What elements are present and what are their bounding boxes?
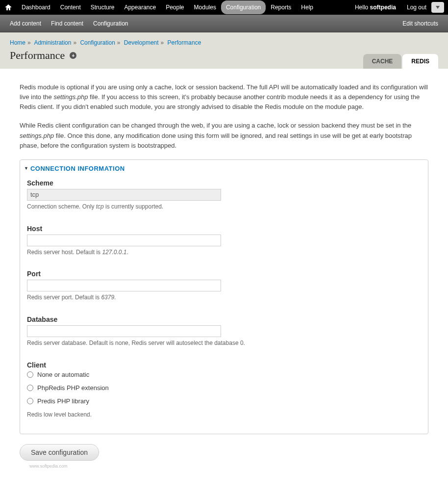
logout-link[interactable]: Log out xyxy=(402,0,431,14)
database-desc: Redis server database. Default is none, … xyxy=(27,339,421,347)
breadcrumb-performance[interactable]: Performance xyxy=(168,39,201,46)
breadcrumb-administration[interactable]: Administration xyxy=(34,39,71,46)
database-field: Database Redis server database. Default … xyxy=(27,315,421,347)
tab-cache[interactable]: CACHE xyxy=(363,54,402,69)
host-input[interactable] xyxy=(27,235,221,246)
breadcrumb-configuration[interactable]: Configuration xyxy=(80,39,115,46)
client-desc: Redis low level backend. xyxy=(27,411,421,419)
client-radio-predis[interactable] xyxy=(27,398,33,404)
port-input[interactable] xyxy=(27,280,221,291)
tab-redis[interactable]: REDIS xyxy=(402,54,438,69)
database-label: Database xyxy=(27,315,421,323)
hello-user: Hello softpedia xyxy=(349,4,402,11)
shortcut-configuration[interactable]: Configuration xyxy=(88,16,133,31)
edit-shortcuts-link[interactable]: Edit shortcuts xyxy=(398,16,443,31)
shortcut-add-content[interactable]: Add content xyxy=(5,16,46,31)
page-title: Performance xyxy=(10,49,65,62)
client-option-phpredis[interactable]: PhpRedis PHP extension xyxy=(27,384,421,392)
chevron-down-icon xyxy=(436,6,440,9)
nav-appearance[interactable]: Appearance xyxy=(119,0,161,14)
svg-marker-1 xyxy=(436,6,440,9)
client-field: Client None or automatic PhpRedis PHP ex… xyxy=(27,361,421,419)
home-icon[interactable] xyxy=(0,1,17,14)
host-label: Host xyxy=(27,225,421,233)
scheme-input xyxy=(27,189,221,201)
nav-modules[interactable]: Modules xyxy=(189,0,221,14)
add-shortcut-icon[interactable]: + xyxy=(70,52,76,59)
nav-content[interactable]: Content xyxy=(55,0,86,14)
local-tabs: CACHE REDIS xyxy=(363,54,438,69)
scheme-field: Scheme Connection scheme. Only tcp is cu… xyxy=(27,179,421,211)
intro-text: Redis module is optional if you are usin… xyxy=(20,82,428,151)
nav-people[interactable]: People xyxy=(161,0,189,14)
shortcut-find-content[interactable]: Find content xyxy=(46,16,88,31)
client-option-none[interactable]: None or automatic xyxy=(27,371,421,378)
client-radio-phpredis[interactable] xyxy=(27,385,33,391)
breadcrumb-development[interactable]: Development xyxy=(124,39,159,46)
page-header: Home» Administration» Configuration» Dev… xyxy=(0,32,448,69)
nav-help[interactable]: Help xyxy=(296,0,318,14)
port-field: Port Redis server port. Default is 6379. xyxy=(27,270,421,302)
fieldset-toggle[interactable]: ▼ CONNECTION INFORMATION xyxy=(20,160,428,176)
admin-toolbar: Dashboard Content Structure Appearance P… xyxy=(0,0,448,15)
nav-configuration[interactable]: Configuration xyxy=(221,0,266,14)
breadcrumb-home[interactable]: Home xyxy=(10,39,25,46)
toolbar-dropdown-toggle[interactable] xyxy=(431,2,444,13)
svg-marker-0 xyxy=(5,4,12,10)
client-radio-none[interactable] xyxy=(27,371,33,378)
triangle-down-icon: ▼ xyxy=(24,166,28,171)
save-configuration-button[interactable]: Save configuration xyxy=(20,444,99,461)
shortcuts-bar: Add content Find content Configuration E… xyxy=(0,15,448,32)
database-input[interactable] xyxy=(27,325,221,337)
client-option-predis[interactable]: Predis PHP library xyxy=(27,397,421,405)
breadcrumb: Home» Administration» Configuration» Dev… xyxy=(10,39,438,46)
connection-information-fieldset: ▼ CONNECTION INFORMATION Scheme Connecti… xyxy=(20,159,428,434)
nav-reports[interactable]: Reports xyxy=(266,0,296,14)
scheme-label: Scheme xyxy=(27,179,421,187)
port-label: Port xyxy=(27,270,421,278)
nav-dashboard[interactable]: Dashboard xyxy=(17,0,55,14)
main-content: Redis module is optional if you are usin… xyxy=(0,69,448,482)
nav-structure[interactable]: Structure xyxy=(86,0,120,14)
watermark: www.softpedia.com xyxy=(29,464,428,469)
host-field: Host Redis server host. Default is 127.0… xyxy=(27,225,421,257)
fieldset-title: CONNECTION INFORMATION xyxy=(30,165,125,172)
client-label: Client xyxy=(27,361,421,369)
